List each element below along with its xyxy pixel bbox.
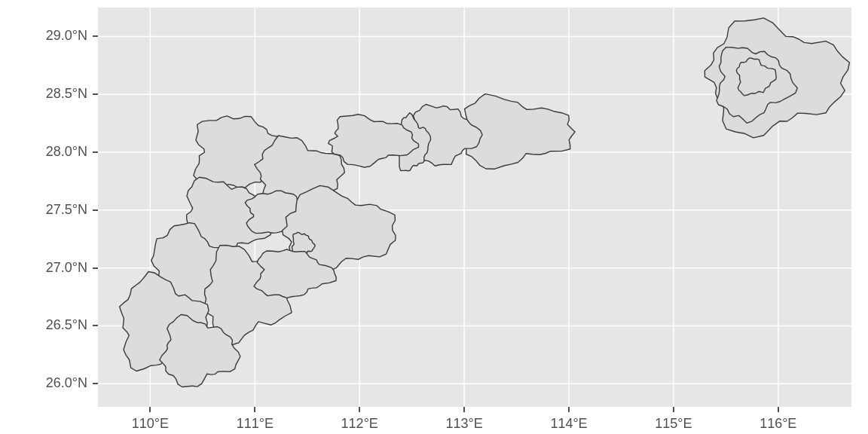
y-tick-mark [93,267,98,269]
x-tick-mark [778,407,779,412]
y-tick-mark [93,325,98,326]
y-tick-label: 27.0°N [0,260,87,276]
map-plot: 26.0°N26.5°N27.0°N27.5°N28.0°N28.5°N29.0… [0,0,868,434]
y-tick-mark [93,35,98,37]
x-tick-label: 113°E [442,416,487,432]
y-tick-label: 26.5°N [0,317,87,333]
y-tick-label: 26.0°N [0,375,87,391]
x-tick-label: 115°E [651,416,696,432]
x-tick-mark [149,407,151,412]
x-tick-label: 112°E [337,416,382,432]
x-tick-mark [568,407,570,412]
x-tick-mark [673,407,674,412]
y-tick-mark [93,209,98,211]
x-tick-mark [463,407,465,412]
y-tick-mark [93,93,98,95]
y-tick-label: 27.5°N [0,202,87,218]
y-tick-mark [93,151,98,153]
y-tick-mark [93,383,98,384]
x-tick-label: 116°E [756,416,801,432]
x-tick-label: 110°E [127,416,173,432]
x-tick-label: 114°E [546,416,591,432]
x-tick-mark [359,407,360,412]
y-tick-label: 28.0°N [0,144,87,160]
y-tick-label: 28.5°N [0,86,87,102]
x-tick-label: 111°E [232,416,277,432]
y-tick-label: 29.0°N [0,28,87,44]
x-tick-mark [254,407,255,412]
panel-svg [98,8,851,407]
plot-panel [98,8,851,407]
